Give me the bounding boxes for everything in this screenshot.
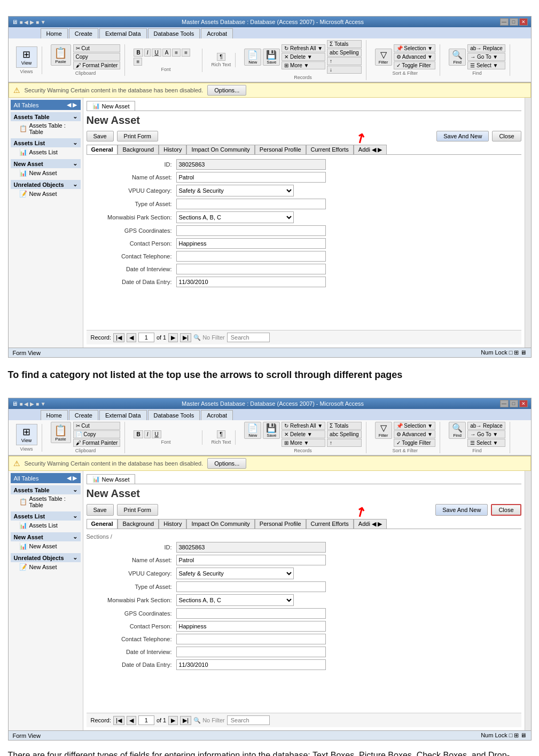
new-asset-tab[interactable]: 📊 New Asset [87,101,136,111]
goto-btn-2[interactable]: → Go To ▼ [467,430,505,438]
select-btn[interactable]: ☰ Select ▼ [467,61,505,69]
last-record-btn-2[interactable]: ▶| [180,716,191,725]
type-input[interactable] [176,199,326,209]
selection-btn-2[interactable]: 📌 Selection ▼ [394,422,436,430]
advanced-btn[interactable]: ⚙ Advanced ▼ [394,53,436,61]
vpuu-select[interactable]: Safety & Security [176,185,294,196]
save-record-btn[interactable]: 💾 Save [263,49,280,66]
paste-btn-2[interactable]: 📋 Paste [51,422,71,443]
selection-btn[interactable]: 📌 Selection ▼ [394,44,436,52]
name-input-2[interactable] [176,555,326,565]
next-record-btn[interactable]: ▶ [168,333,178,342]
first-record-btn-2[interactable]: |◀ [113,716,124,725]
window-controls-2[interactable]: — □ ✕ [500,400,528,407]
options-btn-2[interactable]: Options... [207,458,246,469]
type-input-2[interactable] [176,581,326,592]
assets-table-item[interactable]: 📋 Assets Table : Table [11,121,81,136]
minimize-btn[interactable]: — [500,18,509,26]
tab-create[interactable]: Create [69,28,98,38]
new-asset-item-2[interactable]: 📊 New Asset [11,541,81,551]
new-asset-header-2[interactable]: New Asset⌄ [11,532,81,541]
nav-arrows-2[interactable]: ◀ ▶ [67,475,77,482]
assets-list-header-2[interactable]: Assets List⌄ [11,511,81,521]
maximize-btn-2[interactable]: □ [510,400,518,407]
record-number-input[interactable] [138,333,154,342]
tab-addi[interactable]: Addi ◀ ▶ [354,145,387,154]
gps-input-2[interactable] [176,608,326,619]
align-right-btn[interactable]: ≡ [134,58,142,66]
align-center-btn[interactable]: ≡ [182,49,190,57]
italic-btn-2[interactable]: I [144,430,151,438]
rich-text-btn-2[interactable]: ¶ [217,430,225,438]
copy-btn-2[interactable]: 📄 Copy [73,430,121,438]
tab-background[interactable]: Background [118,145,159,154]
unrelated-header-2[interactable]: Unrelated Objects⌄ [11,553,81,562]
tab-create-2[interactable]: Create [69,410,98,420]
telephone-input-2[interactable] [176,634,326,644]
select-btn-2[interactable]: ☰ Select ▼ [467,439,505,447]
tab-background-2[interactable]: Background [118,519,159,529]
bold-btn-2[interactable]: B [134,430,143,438]
sort-z-btn[interactable]: ↓ [327,66,361,74]
assets-table-header-2[interactable]: Assets Table⌄ [11,485,81,494]
italic-btn[interactable]: I [144,49,151,57]
filter-btn[interactable]: ▽ Filter [375,49,392,66]
assets-table-item-2[interactable]: 📋 Assets Table : Table [11,494,81,509]
spelling-btn-2[interactable]: abc Spelling [327,430,361,438]
scrollbar-right-1[interactable] [525,98,531,348]
totals-btn-2[interactable]: Σ Totals [327,422,361,430]
align-left-btn[interactable]: ≡ [172,49,181,57]
print-form-btn-1[interactable]: Print Form [117,131,158,141]
underline-btn[interactable]: U [152,49,161,57]
replace-btn-2[interactable]: ab→ Replace [467,422,505,430]
tab-addi-2[interactable]: Addi ◀ ▶ [354,519,387,529]
tab-personal-profile[interactable]: Personal Profile [255,145,306,154]
paste-btn[interactable]: 📋 Paste [51,44,71,66]
find-btn-2[interactable]: 🔍 Find [449,422,466,439]
options-btn-1[interactable]: Options... [207,85,246,96]
assets-table-header[interactable]: Assets Table⌄ [11,112,81,121]
tab-home[interactable]: Home [41,28,68,38]
format-painter-btn-2[interactable]: 🖌 Format Painter [73,439,121,447]
replace-btn[interactable]: ab→ Replace [467,44,505,52]
font-color-btn[interactable]: A [162,49,171,57]
delete-btn-2[interactable]: ✕ Delete ▼ [282,430,325,438]
refresh-btn[interactable]: ↻ Refresh All ▼ [282,44,325,52]
maximize-btn[interactable]: □ [510,18,518,26]
advanced-btn-2[interactable]: ⚙ Advanced ▼ [394,430,436,438]
tab-current-efforts[interactable]: Current Efforts [306,145,354,154]
close-btn[interactable]: ✕ [519,18,528,26]
tab-database-tools[interactable]: Database Tools [148,28,200,38]
section-select[interactable]: Sections A, B, C [176,211,294,223]
sort-a-btn[interactable]: ↑ [327,57,361,65]
prev-record-btn[interactable]: ◀ [127,333,136,342]
contact-input-2[interactable] [176,621,326,632]
sort-a-btn-2[interactable]: ↑ [327,439,361,447]
find-btn[interactable]: 🔍 Find [449,49,466,66]
new-record-btn-2[interactable]: 📄 New [244,422,261,439]
tab-current-2[interactable]: Current Efforts [306,519,354,529]
tab-general[interactable]: General [87,145,118,154]
save-btn-2[interactable]: Save [87,504,114,516]
interview-input[interactable] [176,264,326,274]
tab-external-data-2[interactable]: External Data [99,410,147,420]
contact-input[interactable] [176,238,326,249]
prev-record-btn-2[interactable]: ◀ [127,716,136,725]
tab-acrobat-2[interactable]: Acrobat [201,410,233,420]
cut-btn[interactable]: ✂ Cut [73,44,121,52]
close-form-btn-2[interactable]: Close [491,504,521,516]
close-form-btn-1[interactable]: Close [492,131,521,141]
next-record-btn-2[interactable]: ▶ [168,716,178,725]
goto-btn[interactable]: → Go To ▼ [467,53,505,61]
more-btn-2[interactable]: ⊞ More ▼ [282,439,325,447]
tab-database-tools-2[interactable]: Database Tools [148,410,200,420]
tab-impact[interactable]: Impact On Community [186,145,254,154]
search-box-2[interactable] [227,715,270,725]
assets-list-form[interactable]: 📊 Assets List [11,147,81,157]
toggle-filter-btn-2[interactable]: ✓ Toggle Filter [394,439,436,447]
name-input[interactable] [176,172,326,183]
data-entry-input-2[interactable] [176,659,326,670]
bold-btn[interactable]: B [134,49,143,57]
last-record-btn[interactable]: ▶| [180,333,191,342]
tab-personal-2[interactable]: Personal Profile [255,519,306,529]
